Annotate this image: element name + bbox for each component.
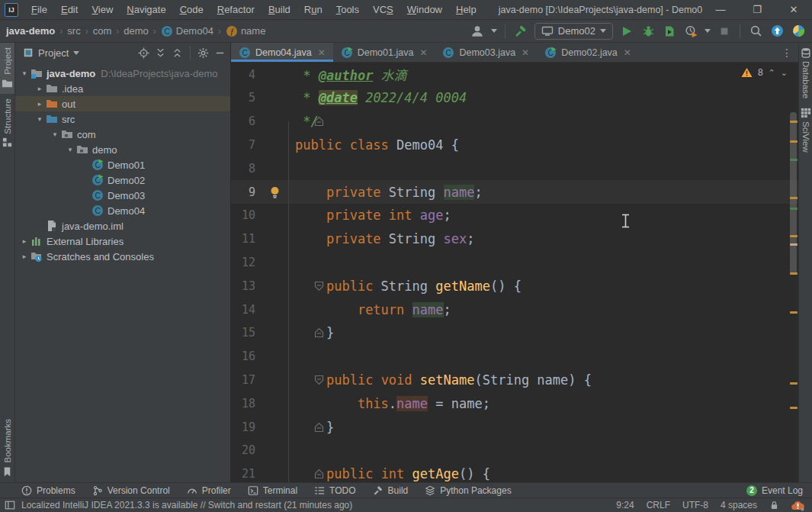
tree-item-demo03[interactable]: CDemo03 — [15, 188, 230, 203]
code-line-20[interactable]: 20 — [231, 439, 798, 462]
run-configuration-select[interactable]: Demo02 — [534, 23, 613, 40]
error-stripe-mark[interactable] — [790, 159, 798, 161]
editor-tab-demo04.java[interactable]: CDemo04.java✕ — [231, 43, 333, 62]
tool-window-tab-bookmarks[interactable]: Bookmarks — [0, 414, 14, 482]
close-tab-icon[interactable]: ✕ — [624, 47, 631, 58]
build-project-button[interactable] — [513, 24, 528, 39]
error-stripe-mark[interactable] — [790, 382, 798, 385]
menu-run[interactable]: Run — [297, 1, 329, 18]
indent-setting[interactable]: 4 spaces — [721, 500, 757, 510]
tab-options-icon[interactable]: ⋮ — [775, 43, 798, 62]
breadcrumb-item[interactable]: java-demo — [6, 25, 55, 37]
breadcrumb-item[interactable]: CDemo04 — [161, 25, 213, 37]
close-tab-icon[interactable]: ✕ — [522, 47, 529, 58]
sync-warning-icon[interactable] — [791, 500, 804, 511]
close-button[interactable]: ✕ — [775, 0, 812, 19]
user-account-button[interactable] — [470, 24, 485, 39]
tree-item-scratches-and-consoles[interactable]: ▸Scratches and Consoles — [15, 249, 230, 264]
tree-toggle-icon[interactable]: ▾ — [18, 69, 30, 77]
code-line-11[interactable]: 11 private String sex; — [231, 227, 798, 251]
code-line-10[interactable]: 10 private int age; — [231, 204, 798, 227]
breadcrumb-item[interactable]: com — [93, 25, 112, 37]
code-line-5[interactable]: 5 * @date 2022/4/4 0004 — [231, 86, 798, 110]
menu-vcs[interactable]: VCS — [366, 1, 400, 18]
tool-window-tab-structure[interactable]: Structure — [0, 94, 14, 153]
tree-item-demo[interactable]: ▾demo — [15, 142, 230, 157]
prev-problem-icon[interactable]: ⌃ — [769, 68, 775, 78]
error-stripe-mark[interactable] — [790, 235, 798, 237]
code-line-8[interactable]: 8 — [231, 156, 798, 180]
collapse-all-button[interactable] — [172, 47, 183, 59]
code-line-6[interactable]: 6 */ — [231, 110, 798, 134]
error-stripe-mark[interactable] — [790, 140, 798, 143]
menu-tools[interactable]: Tools — [329, 1, 366, 18]
tool-window-tab-sciview[interactable]: SciView — [799, 103, 812, 157]
editor-tab-demo01.java[interactable]: CDemo01.java✕ — [333, 43, 435, 62]
breadcrumb-item[interactable]: src — [67, 25, 80, 37]
menu-file[interactable]: File — [24, 1, 54, 18]
update-button[interactable] — [769, 24, 785, 39]
inspections-widget[interactable]: 8 ⌃ ⌄ — [741, 67, 788, 78]
fold-end-icon[interactable] — [314, 116, 324, 127]
tree-item-out[interactable]: ▸out — [15, 96, 230, 111]
tool-window-tab-database[interactable]: Database — [799, 43, 812, 103]
editor-tab-demo03.java[interactable]: CDemo03.java✕ — [435, 43, 537, 62]
tree-toggle-icon[interactable]: ▸ — [34, 100, 46, 108]
event-log-button[interactable]: 2Event Log — [746, 485, 803, 496]
code-line-14[interactable]: 14 return name; — [231, 298, 798, 321]
panel-settings-button[interactable] — [197, 47, 209, 59]
code-line-21[interactable]: 21 public int getAge() { — [231, 462, 798, 482]
intention-bulb-icon[interactable] — [269, 186, 281, 199]
tree-item-demo04[interactable]: CDemo04 — [15, 203, 230, 218]
editor-scrollbar[interactable] — [789, 63, 798, 482]
menu-help[interactable]: Help — [449, 1, 483, 18]
fold-end-icon[interactable] — [314, 469, 324, 479]
fold-end-icon[interactable] — [314, 327, 324, 338]
fold-start-icon[interactable] — [314, 281, 324, 291]
tree-item-demo01[interactable]: CDemo01 — [15, 157, 230, 172]
tree-item-com[interactable]: ▾com — [15, 127, 230, 142]
menu-navigate[interactable]: Navigate — [120, 1, 172, 18]
code-line-19[interactable]: 19 } — [231, 415, 798, 439]
close-tab-icon[interactable]: ✕ — [419, 47, 427, 58]
fold-end-icon[interactable] — [314, 422, 324, 433]
tree-toggle-icon[interactable]: ▾ — [64, 146, 76, 153]
tree-toggle-icon[interactable]: ▾ — [49, 130, 61, 138]
menu-view[interactable]: View — [85, 1, 120, 18]
close-tab-icon[interactable]: ✕ — [318, 47, 326, 58]
menu-edit[interactable]: Edit — [54, 1, 85, 18]
maximize-button[interactable]: ❐ — [739, 0, 775, 19]
code-line-9[interactable]: 9 private String name; — [231, 180, 798, 204]
error-stripe-mark[interactable] — [790, 208, 798, 210]
debug-button[interactable] — [640, 24, 656, 39]
code-line-12[interactable]: 12 — [231, 250, 798, 274]
stop-button[interactable] — [717, 24, 732, 39]
code-line-4[interactable]: 4 * @author 水滴 — [231, 63, 798, 86]
code-line-13[interactable]: 13 public String getName() { — [231, 274, 798, 298]
editor-tab-demo02.java[interactable]: CDemo02.java✕ — [537, 43, 639, 62]
line-separator[interactable]: CRLF — [647, 500, 670, 510]
tree-item-demo02[interactable]: CDemo02 — [15, 172, 230, 188]
error-stripe-mark[interactable] — [790, 311, 798, 314]
menu-build[interactable]: Build — [262, 1, 297, 18]
tree-toggle-icon[interactable]: ▾ — [34, 115, 46, 123]
run-button[interactable] — [619, 24, 634, 39]
expand-all-button[interactable] — [155, 47, 166, 59]
tree-item-java-demo-iml[interactable]: java-demo.iml — [15, 218, 230, 233]
code-line-17[interactable]: 17 public void setName(String name) { — [231, 368, 798, 391]
tree-item-external-libraries[interactable]: ▸External Libraries — [15, 233, 230, 249]
code-line-7[interactable]: 7public class Demo04 { — [231, 133, 798, 156]
tool-window-button-build[interactable]: Build — [373, 485, 409, 496]
error-stripe-mark[interactable] — [790, 197, 798, 199]
tool-window-button-version-control[interactable]: Version Control — [92, 485, 170, 496]
locate-file-button[interactable] — [138, 47, 149, 59]
error-stripe-mark[interactable] — [790, 272, 798, 275]
run-with-coverage-button[interactable] — [662, 24, 677, 39]
project-view-selector[interactable]: Project — [23, 47, 79, 59]
breadcrumb-item[interactable]: fname — [226, 25, 266, 37]
caret-position[interactable]: 9:24 — [616, 500, 634, 510]
menu-refactor[interactable]: Refactor — [210, 1, 262, 18]
tool-window-button-terminal[interactable]: Terminal — [248, 485, 297, 496]
error-stripe-mark[interactable] — [790, 121, 798, 123]
scrollbar-thumb[interactable] — [790, 112, 797, 275]
